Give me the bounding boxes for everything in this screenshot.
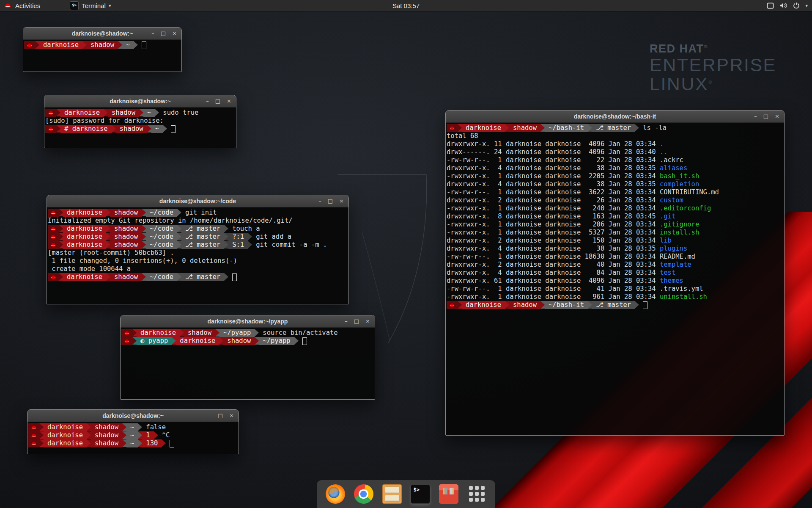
chrome-dock-item[interactable] [354, 484, 373, 504]
file-name: . [660, 140, 664, 148]
file-name: .ackrc [660, 156, 683, 164]
window-titlebar[interactable]: darknoise@shadow:~–□× [44, 95, 236, 108]
command-text: touch a [228, 225, 260, 233]
terminal-cursor [170, 440, 174, 447]
prompt-segment-host: shadow [509, 124, 540, 132]
close-button[interactable]: × [339, 195, 344, 207]
prompt-segment-user: darknoise [39, 41, 82, 49]
terminal-content[interactable]: darknoiseshadow~/bash-it⎇ masterls -lato… [446, 123, 784, 435]
top-bar: Activities $> Terminal ▾ Sat 03:57 ▾ [0, 0, 812, 11]
chevron-down-icon: ▾ [109, 3, 111, 8]
terminal-cursor [302, 337, 307, 345]
window-titlebar[interactable]: darknoise@shadow:~–□× [27, 410, 239, 422]
terminal-output-text: drwx------. 24 darknoise darknoise 4096 … [447, 148, 660, 156]
close-button[interactable]: × [775, 110, 779, 122]
firefox-dock-item[interactable] [326, 484, 345, 504]
toolbox-dock-item[interactable] [439, 484, 458, 504]
powerline-arrow-icon [255, 329, 259, 337]
window-titlebar[interactable]: darknoise@shadow:~/bash-it–□× [446, 110, 784, 123]
powerline-arrow-icon [87, 439, 91, 447]
terminal-window[interactable]: darknoise@shadow:~/pyapp–□×darknoiseshad… [120, 315, 375, 400]
files-dock-item[interactable] [382, 484, 402, 504]
minimize-button[interactable]: – [754, 110, 757, 122]
terminal-content[interactable]: darknoiseshadow~falsedarknoiseshadow~1^C… [27, 422, 239, 454]
command-text: source bin/activate [259, 329, 337, 337]
prompt-segment-path: ~/bash-it [545, 301, 588, 309]
terminal-line: -rwxrwxr-x. 1 darknoise darknoise 5327 J… [447, 229, 783, 237]
terminal-window[interactable]: darknoise@shadow:~/code–□×darknoiseshado… [47, 195, 349, 304]
close-button[interactable]: × [365, 315, 370, 327]
file-name: lib [660, 237, 672, 245]
prompt-redhat-icon [121, 329, 132, 337]
terminal-line: drwxrwxr-x. 8 darknoise darknoise 163 Ja… [447, 213, 783, 221]
terminal-content[interactable]: darknoiseshadow~sudo true[sudo] password… [44, 108, 236, 148]
prompt-segment-git: ⎇ master [181, 233, 224, 241]
window-titlebar[interactable]: darknoise@shadow:~/code–□× [47, 195, 348, 207]
focused-app-menu[interactable]: $> Terminal ▾ [66, 0, 114, 11]
prompt-segment-host: shadow [184, 329, 215, 337]
powerline-arrow-icon [588, 124, 592, 132]
terminal-window[interactable]: darknoise@shadow:~–□×darknoiseshadow~sud… [44, 95, 236, 148]
powerline-arrow-icon [134, 41, 138, 49]
prompt-redhat-icon [45, 109, 56, 117]
powerline-arrow-icon [177, 233, 181, 240]
minimize-button[interactable]: – [208, 410, 211, 422]
close-button[interactable]: × [227, 95, 231, 107]
maximize-button[interactable]: □ [354, 315, 359, 327]
prompt-segment-user: darknoise [462, 124, 505, 132]
terminal-output-text: -rw-rw-r--. 1 darknoise darknoise 22 Jan… [447, 156, 660, 164]
terminal-output-text: drwxrwxr-x. 2 darknoise darknoise 40 Jan… [447, 261, 660, 269]
terminal-line: -rwxrwxr-x. 1 darknoise darknoise 2205 J… [447, 172, 783, 180]
minimize-button[interactable]: – [345, 315, 348, 327]
terminal-content[interactable]: darknoiseshadow~/pyappsource bin/activat… [121, 328, 375, 399]
terminal-output-text: [sudo] password for darknoise: [45, 117, 164, 125]
command-text: sudo true [159, 109, 198, 117]
prompt-segment-exit: 1 [142, 431, 154, 439]
terminal-output-text: drwxrwxr-x. 4 darknoise darknoise 38 Jan… [447, 180, 660, 188]
brand-line3: LINUX [650, 74, 708, 94]
prompt-segment-git: ⎇ master [181, 225, 224, 233]
terminal-cursor [171, 125, 176, 133]
minimize-button[interactable]: – [318, 195, 321, 207]
terminal-dock-item[interactable]: $> [411, 484, 430, 504]
powerline-arrow-icon [132, 329, 137, 337]
maximize-button[interactable]: □ [328, 195, 333, 207]
window-titlebar[interactable]: darknoise@shadow:~–□× [23, 28, 181, 40]
maximize-button[interactable]: □ [763, 110, 768, 122]
prompt-segment-user: darknoise [176, 337, 219, 345]
close-button[interactable]: × [229, 410, 234, 422]
prompt-segment-path: ~/code [146, 273, 177, 281]
terminal-line: darknoiseshadow~/code⎇ masterS:1git comm… [48, 241, 348, 249]
terminal-content[interactable]: darknoiseshadow~/codegit initInitialized… [47, 207, 348, 304]
terminal-window[interactable]: darknoise@shadow:~–□×darknoiseshadow~ [23, 27, 182, 72]
activities-button[interactable]: Activities [0, 2, 40, 9]
powerline-arrow-icon [106, 273, 110, 281]
maximize-button[interactable]: □ [215, 95, 220, 107]
grid-dock-item[interactable] [467, 484, 487, 504]
terminal-line: -rwxrwxr-x. 1 darknoise darknoise 206 Ja… [447, 221, 783, 229]
close-button[interactable]: × [172, 28, 177, 39]
powerline-arrow-icon [87, 423, 91, 431]
maximize-button[interactable]: □ [161, 28, 166, 39]
powerline-arrow-icon [104, 109, 108, 116]
system-status-area[interactable]: ▾ [767, 2, 808, 9]
terminal-window[interactable]: darknoise@shadow:~–□×darknoiseshadow~fal… [27, 409, 239, 454]
terminal-line: # darknoiseshadow~ [45, 125, 235, 133]
prompt-segment-git: ⎇ master [181, 241, 224, 249]
firefox-icon [326, 484, 345, 504]
terminal-content[interactable]: darknoiseshadow~ [23, 40, 181, 72]
terminal-output-text: drwxrwxr-x. 4 darknoise darknoise 38 Jan… [447, 245, 660, 253]
prompt-segment-host: shadow [91, 439, 122, 447]
maximize-button[interactable]: □ [218, 410, 223, 422]
powerline-arrow-icon [635, 301, 639, 309]
prompt-segment-path: ~/code [146, 233, 177, 241]
window-titlebar[interactable]: darknoise@shadow:~/pyapp–□× [121, 315, 375, 328]
minimize-button[interactable]: – [206, 95, 209, 107]
clock[interactable]: Sat 03:57 [392, 2, 420, 9]
minimize-button[interactable]: – [151, 28, 154, 39]
powerline-arrow-icon [138, 431, 142, 439]
powerline-arrow-icon [39, 431, 44, 439]
window-controls: –□× [754, 110, 779, 122]
prompt-segment-path: ~ [143, 109, 155, 117]
terminal-window[interactable]: darknoise@shadow:~/bash-it–□×darknoisesh… [445, 110, 785, 436]
